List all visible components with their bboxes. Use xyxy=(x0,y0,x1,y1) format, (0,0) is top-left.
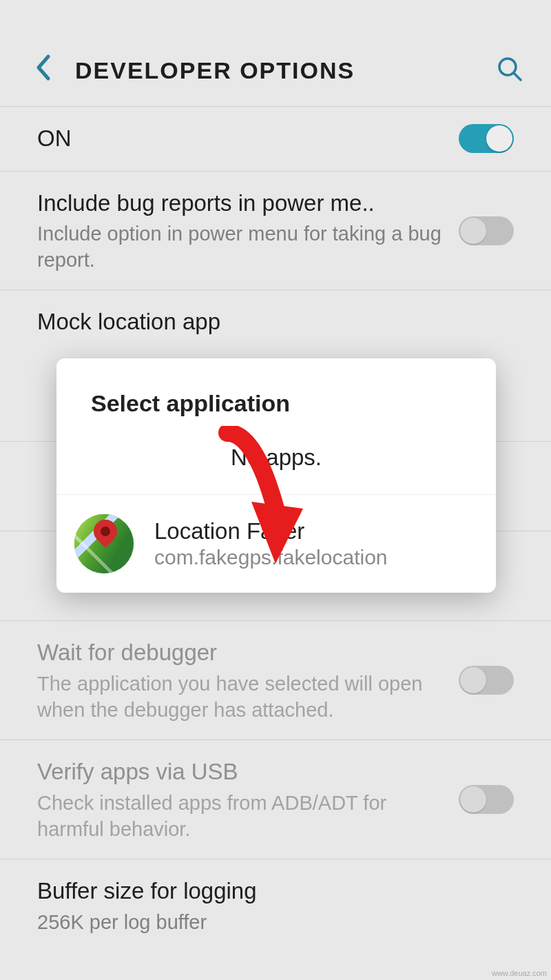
buffer-size-subtitle: 256K per log buffer xyxy=(37,910,500,936)
verify-usb-toggle xyxy=(459,785,514,814)
mock-location-title: Mock location app xyxy=(37,307,500,338)
dialog-option-location-faker[interactable]: Location Faker com.fakegps.fakelocation xyxy=(56,494,496,593)
status-bar xyxy=(0,0,551,34)
verify-usb-title: Verify apps via USB xyxy=(37,757,445,788)
wait-debugger-title: Wait for debugger xyxy=(37,637,445,668)
dialog-title: Select application xyxy=(56,358,496,438)
verify-usb-row: Verify apps via USB Check installed apps… xyxy=(0,740,551,859)
verify-usb-subtitle: Check installed apps from ADB/ADT for ha… xyxy=(37,790,445,842)
location-faker-icon xyxy=(74,514,134,573)
bug-reports-toggle[interactable] xyxy=(459,216,514,245)
wait-debugger-row: Wait for debugger The application you ha… xyxy=(0,621,551,740)
bug-reports-row[interactable]: Include bug reports in power me.. Includ… xyxy=(0,172,551,291)
select-application-dialog: Select application No apps. Location Fak… xyxy=(56,358,496,593)
dialog-option-no-apps[interactable]: No apps. xyxy=(56,438,496,494)
back-icon[interactable] xyxy=(34,54,51,88)
app-package: com.fakegps.fakelocation xyxy=(154,546,388,569)
buffer-size-title: Buffer size for logging xyxy=(37,876,500,907)
app-name: Location Faker xyxy=(154,518,388,544)
search-icon[interactable] xyxy=(496,55,523,85)
page-title: DEVELOPER OPTIONS xyxy=(75,57,496,84)
wait-debugger-toggle xyxy=(459,666,514,695)
master-toggle[interactable] xyxy=(459,124,514,153)
wait-debugger-subtitle: The application you have selected will o… xyxy=(37,671,445,723)
watermark: www.deuaz.com xyxy=(492,969,547,977)
svg-line-1 xyxy=(514,73,521,80)
bug-reports-title: Include bug reports in power me.. xyxy=(37,188,445,219)
app-header: DEVELOPER OPTIONS xyxy=(0,34,551,107)
no-apps-label: No apps. xyxy=(74,445,478,471)
buffer-size-row[interactable]: Buffer size for logging 256K per log buf… xyxy=(0,859,551,952)
master-toggle-row[interactable]: ON xyxy=(0,107,551,172)
master-toggle-label: ON xyxy=(37,123,445,154)
bug-reports-subtitle: Include option in power menu for taking … xyxy=(37,221,445,273)
